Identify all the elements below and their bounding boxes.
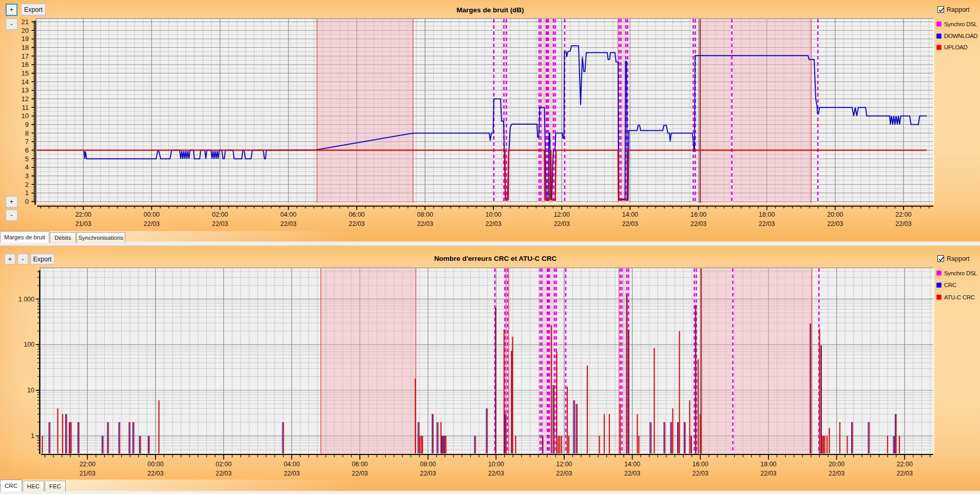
svg-text:21: 21 [22, 18, 29, 26]
svg-text:15: 15 [22, 69, 29, 77]
svg-text:12: 12 [22, 95, 29, 103]
svg-text:22/03: 22/03 [144, 220, 160, 227]
svg-text:02:00: 02:00 [212, 211, 228, 218]
svg-text:4: 4 [25, 163, 29, 171]
svg-text:22/03: 22/03 [897, 470, 913, 477]
svg-text:6: 6 [25, 146, 29, 154]
svg-text:22/03: 22/03 [760, 470, 776, 477]
svg-text:04:00: 04:00 [280, 211, 296, 218]
svg-text:22/03: 22/03 [485, 220, 501, 227]
svg-text:16: 16 [22, 61, 29, 68]
svg-text:Marges de bruit (dB): Marges de bruit (dB) [456, 6, 524, 14]
svg-text:22/03: 22/03 [216, 470, 232, 477]
svg-text:22/03: 22/03 [690, 220, 706, 227]
svg-text:22/03: 22/03 [352, 470, 368, 477]
svg-text:22/03: 22/03 [827, 220, 843, 227]
svg-text:02:00: 02:00 [216, 461, 232, 468]
svg-text:8: 8 [25, 129, 29, 137]
svg-text:10:00: 10:00 [485, 211, 501, 218]
svg-text:22/03: 22/03 [556, 470, 572, 477]
svg-text:17: 17 [22, 52, 29, 60]
svg-text:Nombre d'erreurs CRC et ATU-C: Nombre d'erreurs CRC et ATU-C CRC [434, 255, 557, 262]
svg-text:06:00: 06:00 [349, 211, 364, 218]
svg-text:22/03: 22/03 [693, 470, 708, 477]
svg-text:04:00: 04:00 [284, 461, 300, 468]
svg-text:16:00: 16:00 [693, 461, 708, 468]
svg-text:20:00: 20:00 [829, 461, 844, 468]
svg-text:14: 14 [22, 78, 29, 86]
svg-text:1: 1 [25, 189, 29, 197]
svg-text:7: 7 [25, 138, 29, 145]
svg-text:00:00: 00:00 [147, 461, 163, 468]
svg-text:14:00: 14:00 [624, 461, 640, 468]
svg-text:22/03: 22/03 [759, 220, 775, 227]
svg-text:2: 2 [25, 181, 29, 188]
svg-text:00:00: 00:00 [144, 211, 160, 218]
svg-text:14:00: 14:00 [622, 211, 638, 218]
svg-text:22/03: 22/03 [554, 220, 570, 227]
svg-text:21/03: 21/03 [80, 470, 95, 477]
svg-text:Synchro DSL: Synchro DSL [944, 21, 977, 27]
svg-text:22/03: 22/03 [829, 470, 844, 477]
svg-text:0: 0 [25, 198, 29, 205]
svg-text:22/03: 22/03 [417, 220, 433, 227]
svg-text:18:00: 18:00 [760, 461, 776, 468]
svg-text:22:00: 22:00 [80, 461, 95, 468]
svg-text:22/03: 22/03 [420, 470, 436, 477]
svg-text:18:00: 18:00 [759, 211, 775, 218]
svg-text:08:00: 08:00 [420, 461, 436, 468]
svg-text:5: 5 [25, 155, 29, 163]
svg-text:9: 9 [25, 121, 29, 128]
svg-text:22/03: 22/03 [622, 220, 638, 227]
svg-text:3: 3 [25, 172, 29, 180]
svg-text:22:00: 22:00 [75, 211, 91, 218]
svg-text:08:00: 08:00 [417, 211, 433, 218]
svg-text:DOWNLOAD: DOWNLOAD [944, 33, 977, 39]
svg-text:19: 19 [22, 35, 29, 43]
svg-text:1 000: 1 000 [18, 296, 34, 303]
svg-text:21/03: 21/03 [75, 220, 91, 227]
svg-text:11: 11 [22, 104, 29, 111]
svg-text:10: 10 [22, 112, 29, 120]
svg-text:22/03: 22/03 [212, 220, 228, 227]
svg-text:UPLOAD: UPLOAD [944, 44, 968, 50]
svg-text:22:00: 22:00 [897, 461, 913, 468]
svg-text:22/03: 22/03 [488, 470, 504, 477]
svg-text:16:00: 16:00 [690, 211, 706, 218]
svg-text:20: 20 [22, 27, 29, 34]
svg-text:CRC: CRC [944, 282, 956, 288]
svg-text:10: 10 [27, 387, 34, 394]
svg-text:12:00: 12:00 [554, 211, 570, 218]
svg-text:10:00: 10:00 [488, 461, 504, 468]
svg-text:22/03: 22/03 [280, 220, 296, 227]
svg-text:13: 13 [22, 86, 29, 94]
svg-text:12:00: 12:00 [556, 461, 572, 468]
svg-text:1: 1 [31, 432, 34, 440]
svg-text:22:00: 22:00 [895, 211, 911, 218]
svg-text:22/03: 22/03 [284, 470, 300, 477]
svg-text:100: 100 [24, 341, 34, 348]
svg-text:22/03: 22/03 [624, 470, 640, 477]
svg-text:22/03: 22/03 [147, 470, 163, 477]
svg-text:06:00: 06:00 [352, 461, 368, 468]
svg-text:20:00: 20:00 [827, 211, 843, 218]
svg-text:ATU-C CRC: ATU-C CRC [944, 294, 975, 300]
svg-text:Synchro DSL: Synchro DSL [944, 270, 977, 276]
svg-text:22/03: 22/03 [895, 220, 911, 227]
svg-text:18: 18 [22, 44, 29, 51]
svg-text:22/03: 22/03 [349, 220, 364, 227]
